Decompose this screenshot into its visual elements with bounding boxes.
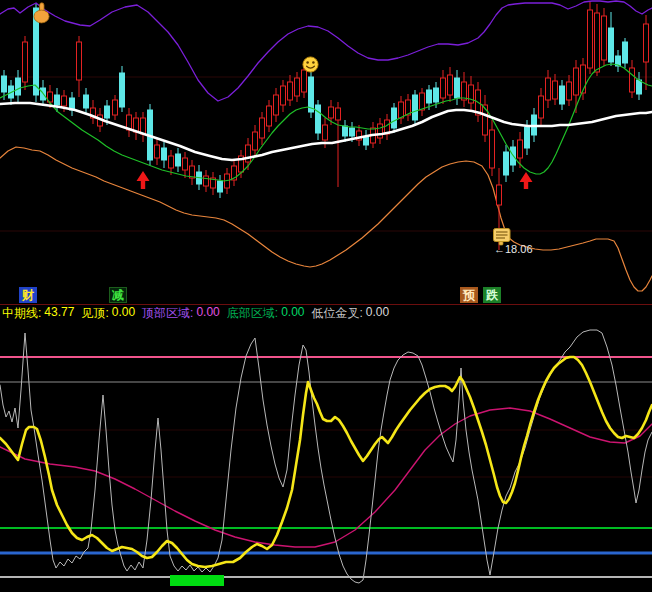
candle-down <box>218 181 223 192</box>
candle-down <box>637 80 642 94</box>
chart-canvas[interactable] <box>0 0 652 592</box>
legend-item-label: 见顶: <box>81 305 108 322</box>
candle-down <box>525 127 530 148</box>
candle-down <box>84 95 89 108</box>
candle-down <box>434 88 439 102</box>
chart-badge: 财 <box>19 287 37 303</box>
chart-badge: 跌 <box>483 287 501 303</box>
main-osc-yellow <box>0 357 652 567</box>
legend-item-label: 顶部区域: <box>142 305 193 322</box>
candle-down <box>560 86 565 104</box>
legend-item-label: 低位金叉: <box>311 305 362 322</box>
candle-up <box>336 108 341 120</box>
candle-down <box>162 148 167 160</box>
candle-down <box>120 73 125 107</box>
candle-up <box>253 132 258 150</box>
candle-up <box>483 105 488 135</box>
candle-up <box>62 96 67 106</box>
legend-item: 底部区域:0.00 <box>227 305 305 322</box>
candle-up <box>644 24 649 62</box>
hand-icon <box>31 2 52 29</box>
candle-up <box>23 42 28 82</box>
candle-down <box>343 126 348 136</box>
candle-down <box>55 95 60 105</box>
candle-up <box>113 100 118 115</box>
legend-item-value: 0.00 <box>196 305 219 322</box>
left-arrow-glyph: ← <box>494 243 505 255</box>
candle-up <box>204 176 209 186</box>
candle-up <box>155 145 160 158</box>
candle-up <box>323 125 328 140</box>
legend-item: 低位金叉:0.00 <box>311 305 389 322</box>
candle-up <box>518 140 523 158</box>
candle-up <box>595 13 600 72</box>
candle-up <box>274 95 279 115</box>
candle-up <box>260 118 265 138</box>
candle-down <box>16 78 21 95</box>
candle-down <box>105 106 110 118</box>
chart-badge: 减 <box>109 287 127 303</box>
candle-up <box>378 124 383 138</box>
smiley-icon <box>302 56 319 77</box>
candle-up <box>448 75 453 95</box>
candle-up <box>602 16 607 60</box>
legend-item-value: 0.00 <box>366 305 389 322</box>
candle-down <box>455 78 460 98</box>
legend-item-value: 43.77 <box>44 305 74 322</box>
candle-up <box>539 96 544 118</box>
legend-item: 顶部区域:0.00 <box>142 305 220 322</box>
candle-up <box>329 107 334 118</box>
candle-up <box>630 68 635 92</box>
candle-down <box>609 28 614 62</box>
chart-badge: 预 <box>460 287 478 303</box>
candle-up <box>141 118 146 134</box>
legend-item: 中期线:43.77 <box>2 305 74 322</box>
legend-item-value: 0.00 <box>112 305 135 322</box>
buy-signal-arrow-icon <box>137 171 150 189</box>
candle-down <box>427 90 432 103</box>
candle-up <box>267 106 272 126</box>
candle-down <box>2 76 7 92</box>
indicator-legend-row: 中期线:43.77见顶:0.00顶部区域:0.00底部区域:0.00低位金叉:0… <box>0 304 652 321</box>
candle-down <box>623 42 628 63</box>
candle-down <box>364 137 369 145</box>
candle-up <box>574 68 579 95</box>
candle-up <box>490 130 495 168</box>
candle-up <box>295 78 300 96</box>
candle-up <box>588 10 593 68</box>
band-lower-orange <box>0 147 652 291</box>
candle-down <box>176 154 181 166</box>
legend-item-value: 0.00 <box>281 305 304 322</box>
buy-signal-arrow-icon <box>520 172 533 189</box>
candle-up <box>462 82 467 100</box>
stock-trading-chart-screen: ←18.06 中期线:43.77见顶:0.00顶部区域:0.00底部区域:0.0… <box>0 0 652 592</box>
legend-item-label: 中期线: <box>2 305 41 322</box>
price-callout: ←18.06 <box>494 243 533 255</box>
candle-down <box>413 95 418 120</box>
candle-down <box>350 128 355 136</box>
candle-up <box>281 86 286 105</box>
candle-up <box>420 93 425 110</box>
candle-down <box>504 152 509 175</box>
candle-up <box>441 78 446 98</box>
candle-down <box>316 105 321 133</box>
candle-up <box>546 78 551 100</box>
legend-item-label: 底部区域: <box>227 305 278 322</box>
candle-up <box>497 185 502 205</box>
candle-up <box>169 156 174 168</box>
candle-up <box>399 102 404 118</box>
price-callout-value: 18.06 <box>505 243 533 255</box>
legend-item: 见顶:0.00 <box>81 305 135 322</box>
candle-up <box>553 81 558 99</box>
candle-down <box>309 77 314 112</box>
candle-up <box>288 82 293 100</box>
candle-up <box>567 82 572 100</box>
candle-up <box>77 42 82 80</box>
candle-up <box>183 158 188 170</box>
candle-down <box>392 108 397 128</box>
signal-bar-green <box>170 575 224 586</box>
